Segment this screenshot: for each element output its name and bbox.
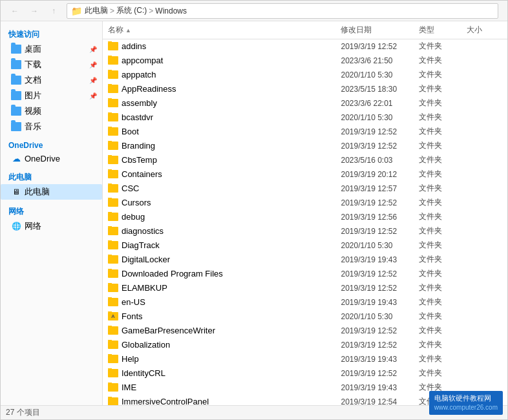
col-date-header[interactable]: 修改日期 xyxy=(341,25,418,36)
table-row[interactable]: Boot2019/3/19 12:52文件夹 xyxy=(103,125,507,139)
table-row[interactable]: bcastdvr2020/1/10 5:30文件夹 xyxy=(103,110,507,125)
file-type-cell: 文件夹 xyxy=(419,140,467,151)
file-date-cell: 2019/3/19 19:43 xyxy=(341,355,418,364)
table-row[interactable]: en-US2019/3/19 19:43文件夹 xyxy=(103,295,507,310)
file-type-cell: 文件夹 xyxy=(419,69,467,80)
table-row[interactable]: ELAMBKUP2019/3/19 12:52文件夹 xyxy=(103,281,507,295)
folder-icon xyxy=(108,355,118,363)
file-type-cell: 文件夹 xyxy=(419,297,467,308)
file-name-cell: debug xyxy=(108,212,341,222)
file-date-cell: 2023/5/15 18:30 xyxy=(341,85,418,94)
fonts-folder-icon: A xyxy=(108,312,118,320)
folder-icon xyxy=(108,369,118,377)
sidebar-section-network[interactable]: 网络 xyxy=(1,204,102,218)
file-type-cell: 文件夹 xyxy=(419,325,467,336)
sidebar-item-music[interactable]: 音乐 xyxy=(1,119,102,134)
up-button[interactable]: ↑ xyxy=(45,2,63,20)
table-row[interactable]: diagnostics2019/3/19 12:52文件夹 xyxy=(103,224,507,238)
sidebar-section-quick-access[interactable]: 快速访问 xyxy=(1,26,102,41)
back-button[interactable]: ← xyxy=(6,2,24,20)
folder-icon xyxy=(108,341,118,349)
table-row[interactable]: GameBarPresenceWriter2019/3/19 12:52文件夹 xyxy=(103,324,507,338)
folder-downloads-icon xyxy=(11,59,21,70)
file-date-cell: 2019/3/19 19:43 xyxy=(341,255,418,264)
table-row[interactable]: AppReadiness2023/5/15 18:30文件夹 xyxy=(103,82,507,96)
sidebar-onedrive-label: OneDrive xyxy=(25,154,97,163)
pin-icon-3: 📌 xyxy=(89,77,97,84)
file-name-label: GameBarPresenceWriter xyxy=(122,326,215,335)
network-icon: 🌐 xyxy=(11,221,21,231)
file-name-cell: ImmersiveControlPanel xyxy=(108,397,341,405)
file-name-cell: apppatch xyxy=(108,70,341,79)
nav-buttons: ← → ↑ xyxy=(6,2,63,20)
folder-icon xyxy=(108,42,118,50)
file-type-cell: 文件夹 xyxy=(419,254,467,265)
sidebar-item-thispc[interactable]: 🖥 此电脑 xyxy=(1,184,102,200)
sidebar-item-downloads[interactable]: 下载 📌 xyxy=(1,57,102,72)
sidebar-item-desktop[interactable]: 桌面 📌 xyxy=(1,41,102,57)
table-row[interactable]: IdentityCRL2019/3/19 12:52文件夹 xyxy=(103,366,507,381)
folder-icon xyxy=(108,298,118,306)
file-date-cell: 2019/3/19 12:57 xyxy=(341,184,418,193)
sidebar-desktop-label: 桌面 xyxy=(25,43,86,55)
file-name-cell: Globalization xyxy=(108,340,341,350)
sidebar: 快速访问 桌面 📌 下载 📌 xyxy=(1,21,103,405)
col-type-header[interactable]: 类型 xyxy=(419,25,467,36)
file-name-cell: CbsTemp xyxy=(108,155,341,165)
folder-videos-icon xyxy=(11,106,21,116)
sidebar-item-onedrive[interactable]: ☁ OneDrive xyxy=(1,151,102,165)
table-row[interactable]: DigitalLocker2019/3/19 19:43文件夹 xyxy=(103,253,507,267)
file-date-cell: 2019/3/19 12:52 xyxy=(341,227,418,236)
file-date-cell: 2019/3/19 19:43 xyxy=(341,298,418,307)
file-name-label: diagnostics xyxy=(122,226,164,236)
col-size-header[interactable]: 大小 xyxy=(467,25,502,36)
forward-button[interactable]: → xyxy=(25,2,43,20)
table-row[interactable]: Branding2019/3/19 12:52文件夹 xyxy=(103,139,507,153)
sidebar-item-network[interactable]: 🌐 网络 xyxy=(1,218,102,234)
address-sep-2: > xyxy=(149,6,153,16)
sidebar-section-thispc[interactable]: 此电脑 xyxy=(1,169,102,184)
column-header: 名称 ▲ 修改日期 类型 大小 xyxy=(103,21,507,39)
file-date-cell: 2023/5/16 0:03 xyxy=(341,156,418,165)
file-name-cell: Downloaded Program Files xyxy=(108,269,341,278)
file-name-label: bcastdvr xyxy=(122,112,153,122)
sidebar-item-pictures[interactable]: 图片 📌 xyxy=(1,88,102,103)
col-name-header[interactable]: 名称 ▲ xyxy=(108,25,341,36)
sidebar-item-documents[interactable]: 文档 📌 xyxy=(1,72,102,88)
file-name-cell: assembly xyxy=(108,98,341,108)
table-row[interactable]: appcompat2023/3/6 21:50文件夹 xyxy=(103,54,507,68)
main-pane[interactable]: 名称 ▲ 修改日期 类型 大小 addins2019/3/19 12:52文件夹… xyxy=(103,21,507,405)
table-row[interactable]: DiagTrack2020/1/10 5:30文件夹 xyxy=(103,238,507,253)
folder-icon xyxy=(108,156,118,164)
table-row[interactable]: apppatch2020/1/10 5:30文件夹 xyxy=(103,68,507,82)
file-date-cell: 2019/3/19 12:52 xyxy=(341,142,418,151)
sidebar-item-videos[interactable]: 视频 xyxy=(1,103,102,119)
file-date-cell: 2019/3/19 12:52 xyxy=(341,269,418,278)
table-row[interactable]: Containers2019/3/19 20:12文件夹 xyxy=(103,167,507,182)
table-row[interactable]: assembly2023/3/6 22:01文件夹 xyxy=(103,96,507,110)
address-bar[interactable]: 📁 此电脑 > 系统 (C:) > Windows xyxy=(67,3,498,19)
folder-icon xyxy=(108,213,118,221)
folder-icon xyxy=(108,85,118,93)
table-row[interactable]: addins2019/3/19 12:52文件夹 xyxy=(103,39,507,54)
table-row[interactable]: debug2019/3/19 12:56文件夹 xyxy=(103,210,507,224)
address-sep-1: > xyxy=(110,6,114,16)
table-row[interactable]: Cursors2019/3/19 12:52文件夹 xyxy=(103,196,507,210)
file-name-cell: Cursors xyxy=(108,198,341,207)
table-row[interactable]: Downloaded Program Files2019/3/19 12:52文… xyxy=(103,267,507,281)
table-row[interactable]: Globalization2019/3/19 12:52文件夹 xyxy=(103,338,507,352)
file-date-cell: 2020/1/10 5:30 xyxy=(341,113,418,122)
table-row[interactable]: AFonts2020/1/10 5:30文件夹 xyxy=(103,310,507,324)
file-type-cell: 文件夹 xyxy=(419,183,467,194)
table-row[interactable]: CbsTemp2023/5/16 0:03文件夹 xyxy=(103,153,507,167)
sidebar-section-onedrive[interactable]: OneDrive xyxy=(1,138,102,151)
file-name-cell: en-US xyxy=(108,297,341,307)
file-date-cell: 2019/3/19 12:52 xyxy=(341,326,418,335)
file-date-cell: 2019/3/19 20:12 xyxy=(341,170,418,179)
file-type-cell: 文件夹 xyxy=(419,197,467,208)
table-row[interactable]: Help2019/3/19 19:43文件夹 xyxy=(103,352,507,366)
file-name-label: ELAMBKUP xyxy=(122,283,167,293)
folder-icon xyxy=(108,113,118,121)
file-date-cell: 2020/1/10 5:30 xyxy=(341,241,418,250)
table-row[interactable]: CSC2019/3/19 12:57文件夹 xyxy=(103,182,507,196)
